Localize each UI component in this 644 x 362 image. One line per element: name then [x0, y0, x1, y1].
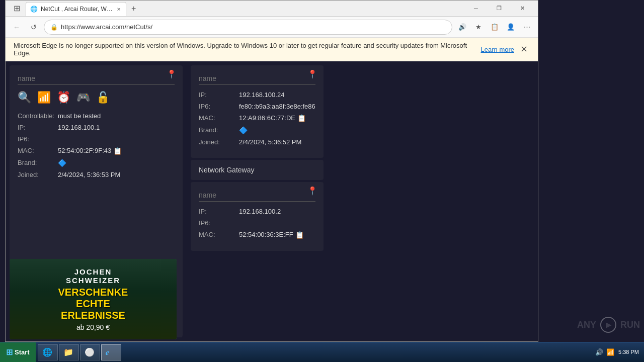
- right-device-top-name-input[interactable]: [199, 73, 315, 85]
- info-bar-close-button[interactable]: ✕: [518, 44, 530, 55]
- right-top-joined-label: Joined:: [199, 138, 239, 146]
- watermark: ANY ▶ RUN: [573, 313, 644, 337]
- tab-title: NetCut , Arcai Router, Wifi Spe...: [41, 6, 113, 13]
- ad-overlay: JOCHEN SCHWEIZER VERSCHENKE ECHTE ERLEBN…: [10, 267, 177, 331]
- left-mac-row: MAC: 52:54:00:2F:9F:43 📋: [18, 147, 175, 155]
- right-bottom-mac-value: 52:54:00:36:3E:FF: [239, 231, 293, 239]
- alarm-icon[interactable]: ⏰: [57, 91, 70, 104]
- left-joined-value: 2/4/2024, 5:36:53 PM: [58, 171, 120, 178]
- right-panel: 📍 IP: 192.168.100.24 IP6: fe80::b9a3:aa8…: [187, 61, 328, 341]
- left-ip-value: 192.168.100.1: [58, 124, 100, 131]
- right-top-brand-row: Brand: 🔷: [199, 126, 315, 134]
- learn-more-link[interactable]: Learn more: [481, 46, 514, 53]
- ad-headline3: ERLEBNISSE: [10, 310, 177, 321]
- ad-brand-bottom: SCHWEIZER: [10, 276, 177, 285]
- right-top-mac-value: 12:A9:86:6C:77:DE: [239, 114, 295, 122]
- profile-button[interactable]: 👤: [504, 20, 518, 34]
- taskbar-ie-icon[interactable]: 🌐: [38, 344, 58, 360]
- left-controllable-value: must be tested: [58, 112, 101, 120]
- search-magnify-icon[interactable]: 🔍: [18, 91, 31, 104]
- address-actions: 🔊 ★ 📋 👤 ⋯: [455, 20, 534, 34]
- start-label: Start: [15, 348, 30, 356]
- title-bar-left: ⊞ 🌐 NetCut , Arcai Router, Wifi Spe... ✕…: [10, 1, 139, 16]
- right-top-ip6-row: IP6: fe80::b9a3:aa8f:3e8e:fe86: [199, 103, 315, 110]
- new-tab-button[interactable]: +: [128, 4, 139, 13]
- pin-icon-right-bottom[interactable]: 📍: [307, 186, 317, 196]
- taskbar-explorer-icon[interactable]: 📁: [59, 344, 79, 360]
- left-controllable-row: Controllable: must be tested: [18, 112, 175, 120]
- right-bottom-ip6-label: IP6:: [199, 219, 239, 227]
- left-brand-icon: 🔷: [58, 159, 66, 167]
- right-bottom-ip6-row: IP6:: [199, 219, 315, 227]
- wifi-icon[interactable]: 📶: [37, 91, 51, 104]
- explorer-icon: 📁: [63, 347, 73, 357]
- tab-close-btn[interactable]: ✕: [116, 7, 122, 12]
- close-button[interactable]: ✕: [511, 1, 534, 17]
- right-top-ip-value: 192.168.100.24: [239, 91, 284, 99]
- right-bottom-mac-copy-button[interactable]: 📋: [293, 231, 306, 239]
- left-ip6-row: IP6:: [18, 135, 175, 143]
- address-bar: ← ↺ 🔒 https://www.arcai.com/netCut/s/ 🔊 …: [6, 17, 538, 38]
- url-text: https://www.arcai.com/netCut/s/: [61, 23, 152, 31]
- start-button[interactable]: ⊞ Start: [0, 342, 36, 362]
- taskbar-system-icons: 🔊 📶: [595, 348, 614, 356]
- taskbar-right: 🔊 📶 5:38 PM: [590, 348, 644, 356]
- right-top-brand-label: Brand:: [199, 126, 239, 134]
- browser-tab[interactable]: 🌐 NetCut , Arcai Router, Wifi Spe... ✕: [26, 2, 126, 16]
- unlock-icon[interactable]: 🔓: [96, 91, 110, 104]
- right-top-mac-row: MAC: 12:A9:86:6C:77:DE 📋: [199, 114, 315, 122]
- ie-icon: 🌐: [42, 347, 52, 357]
- restore-button[interactable]: ❐: [488, 1, 511, 17]
- taskbar-chrome-icon[interactable]: ⚪: [80, 344, 100, 360]
- taskbar-clock: 5:38 PM: [618, 348, 639, 355]
- pin-icon-right-top[interactable]: 📍: [307, 69, 317, 79]
- network-gateway-label: Network Gateway: [199, 166, 254, 174]
- favorites-button[interactable]: ★: [471, 20, 486, 34]
- sidebar-toggle[interactable]: ⊞: [10, 2, 24, 16]
- right-top-joined-value: 2/4/2024, 5:36:52 PM: [239, 138, 301, 146]
- right-bottom-mac-label: MAC:: [199, 231, 239, 239]
- left-mac-copy-button[interactable]: 📋: [111, 147, 124, 155]
- settings-button[interactable]: ⋯: [520, 20, 534, 34]
- left-controllable-label: Controllable:: [18, 112, 58, 120]
- pin-icon-left[interactable]: 📍: [167, 69, 177, 79]
- edge-icon: 𝒆: [106, 348, 109, 357]
- start-icon: ⊞: [6, 347, 13, 357]
- browser-window: ⊞ 🌐 NetCut , Arcai Router, Wifi Spe... ✕…: [5, 0, 538, 342]
- left-ip-label: IP:: [18, 124, 58, 131]
- refresh-button[interactable]: ↺: [27, 20, 41, 34]
- left-joined-row: Joined: 2/4/2024, 5:36:53 PM: [18, 171, 175, 178]
- taskbar: ⊞ Start 🌐 📁 ⚪ 𝒆 🔊 📶 5:38 PM: [0, 342, 644, 362]
- left-brand-row: Brand: 🔷: [18, 159, 175, 167]
- left-device-name-input[interactable]: [18, 73, 175, 85]
- right-top-joined-row: Joined: 2/4/2024, 5:36:52 PM: [199, 138, 315, 146]
- network-gateway-section: Network Gateway: [191, 160, 324, 180]
- right-device-top-card: 📍 IP: 192.168.100.24 IP6: fe80::b9a3:aa8…: [191, 65, 324, 158]
- speaker-icon: 🔊: [595, 348, 603, 356]
- right-top-mac-copy-button[interactable]: 📋: [295, 114, 308, 122]
- chrome-icon: ⚪: [85, 347, 95, 357]
- read-aloud-button[interactable]: 🔊: [455, 20, 469, 34]
- url-field[interactable]: 🔒 https://www.arcai.com/netCut/s/: [44, 20, 452, 35]
- ad-headline2: ECHTE: [10, 298, 177, 310]
- watermark-text-run: RUN: [620, 320, 640, 330]
- game-icon[interactable]: 🎮: [76, 91, 90, 104]
- left-mac-value: 52:54:00:2F:9F:43: [58, 147, 111, 155]
- back-button[interactable]: ←: [10, 20, 24, 34]
- left-device-icons: 🔍 📶 ⏰ 🎮 🔓: [18, 91, 175, 104]
- right-top-brand-icon: 🔷: [239, 126, 248, 134]
- minimize-button[interactable]: ─: [464, 1, 488, 17]
- right-top-ip6-label: IP6:: [199, 103, 239, 110]
- right-device-bottom-card: 📍 IP: 192.168.100.2 IP6: MAC: 52:54:00:3…: [191, 182, 324, 251]
- right-bottom-ip-label: IP:: [199, 208, 239, 215]
- ad-headline1: VERSCHENKE: [10, 287, 177, 298]
- right-device-bottom-name-input[interactable]: [199, 190, 315, 202]
- ad-container: × JOCHEN SCHWEIZER VERSCHENKE ECHTE ERLE…: [8, 257, 179, 341]
- lock-icon: 🔒: [50, 24, 58, 31]
- taskbar-edge-icon[interactable]: 𝒆: [101, 344, 121, 360]
- watermark-text-any: ANY: [577, 320, 596, 330]
- left-brand-label: Brand:: [18, 159, 58, 167]
- left-ip6-label: IP6:: [18, 135, 58, 143]
- collections-button[interactable]: 📋: [488, 20, 502, 34]
- right-bottom-mac-row: MAC: 52:54:00:36:3E:FF 📋: [199, 231, 315, 239]
